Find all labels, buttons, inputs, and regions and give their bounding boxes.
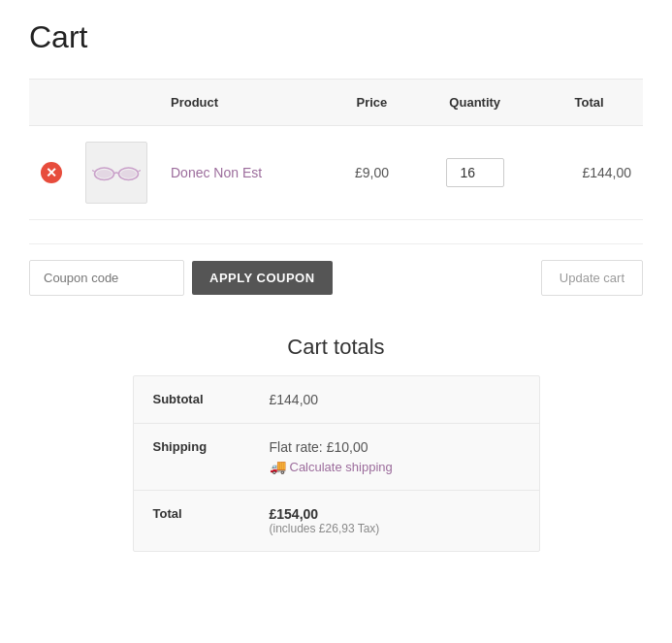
cart-totals-section: Cart totals Subtotal £144,00 Shipping Fl… (133, 335, 540, 552)
remove-item-button[interactable]: ✕ (41, 162, 62, 183)
quantity-col-header: Quantity (414, 80, 535, 126)
product-price: £9,00 (355, 165, 389, 180)
product-col-header: Product (159, 80, 330, 126)
product-thumbnail-cell (74, 126, 159, 220)
product-name-link[interactable]: Donec Non Est (171, 165, 262, 180)
shipping-value: Flat rate: £10,00 🚚 Calculate shipping (270, 439, 393, 474)
coupon-input[interactable] (29, 260, 184, 296)
page-title: Cart (29, 19, 643, 55)
update-cart-button[interactable]: Update cart (541, 260, 643, 296)
svg-line-5 (139, 171, 142, 172)
cart-actions: Apply coupon Update cart (29, 243, 643, 296)
svg-point-1 (96, 170, 112, 178)
product-qty-cell (414, 126, 535, 220)
total-label: Total (153, 506, 270, 521)
product-name-cell: Donec Non Est (159, 126, 330, 220)
remove-col-header (29, 80, 74, 126)
subtotal-value: £144,00 (270, 392, 319, 407)
tax-note: (includes £26,93 Tax) (270, 522, 380, 535)
totals-table: Subtotal £144,00 Shipping Flat rate: £10… (133, 375, 540, 552)
thumb-col-header (74, 80, 159, 126)
svg-point-3 (120, 170, 136, 178)
flat-rate-text: Flat rate: £10,00 (270, 439, 393, 455)
coupon-area: Apply coupon (29, 260, 333, 296)
price-col-header: Price (330, 80, 415, 126)
remove-icon: ✕ (41, 162, 62, 183)
cart-totals-title: Cart totals (133, 335, 540, 360)
remove-cell: ✕ (29, 126, 74, 220)
shipping-label: Shipping (153, 439, 270, 454)
sunglasses-icon (92, 159, 141, 186)
shipping-row: Shipping Flat rate: £10,00 🚚 Calculate s… (134, 424, 539, 491)
quantity-input[interactable] (446, 158, 504, 187)
subtotal-label: Subtotal (153, 392, 270, 406)
tax-note-text: includes £26,93 Tax (273, 522, 376, 535)
subtotal-row: Subtotal £144,00 (134, 376, 539, 424)
total-amount-value: £154,00 (270, 506, 319, 522)
table-row: ✕ (29, 126, 643, 220)
truck-icon: 🚚 (270, 459, 286, 474)
total-col-header: Total (535, 80, 643, 126)
apply-coupon-button[interactable]: Apply coupon (192, 261, 333, 295)
product-price-cell: £9,00 (330, 126, 415, 220)
calculate-shipping-link[interactable]: 🚚 Calculate shipping (270, 459, 393, 474)
total-value: £154,00 (includes £26,93 Tax) (270, 506, 380, 535)
svg-line-4 (92, 171, 95, 172)
total-row: Total £154,00 (includes £26,93 Tax) (134, 491, 539, 551)
calculate-shipping-label: Calculate shipping (290, 460, 393, 474)
product-thumbnail (85, 142, 147, 204)
product-total: £144,00 (582, 165, 631, 180)
cart-table: Product Price Quantity Total ✕ (29, 79, 643, 220)
product-total-cell: £144,00 (535, 126, 643, 220)
